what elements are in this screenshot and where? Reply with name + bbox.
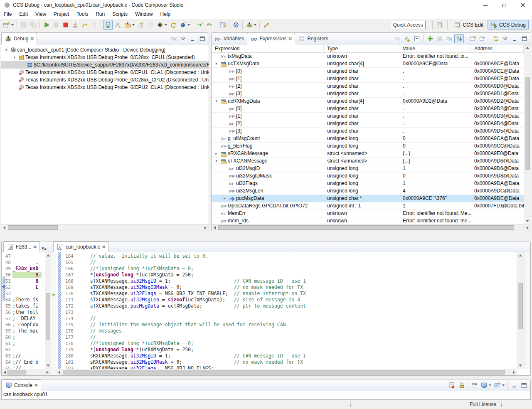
tab-expressions[interactable]: Expressions❌︎ [247, 33, 295, 44]
open-perspective-button[interactable] [436, 20, 444, 30]
code-line[interactable]: 173 [62, 309, 517, 315]
code-line[interactable]: 179 *(unsigned long *)ucRXMsgData = 250; [62, 347, 517, 353]
source-lookup-button[interactable] [113, 20, 122, 30]
debug-config-button[interactable] [245, 20, 257, 30]
tab-variables[interactable]: (x)=Variables [212, 33, 247, 44]
debug-tree-row[interactable]: ▾can_loopback_cpu01 [Code Composer Studi… [1, 46, 209, 54]
code-line[interactable]: 170 sTXCANMessage.ui32Flags = MSG_OBJ_TX… [62, 291, 517, 297]
view-menu-button[interactable] [501, 34, 510, 43]
tab-can-loopback-c[interactable]: .c can_loopback.c ❌︎ [53, 241, 109, 252]
tab-console[interactable]: Console ❌︎ [2, 379, 41, 391]
code-line[interactable]: 60; [2, 334, 45, 340]
profile-clock-button[interactable] [146, 20, 155, 30]
debug-tree-row[interactable]: $C:/ti/controlSUITE/device_support/F2837… [1, 61, 209, 69]
expression-row[interactable]: (x)=GpioDataRegs.GPCDAT.bit.GPIO72unsign… [212, 202, 524, 210]
code-line[interactable]: 59; The mac [2, 328, 45, 334]
expression-row[interactable]: ▾sTXCANMessagestruct <unnamed>{...}0x000… [212, 158, 524, 165]
code-line[interactable]: 56;the foll [2, 309, 45, 315]
code-line[interactable]: 51 B [2, 278, 45, 284]
expressions-hscrollbar[interactable] [212, 224, 531, 231]
code-line[interactable]: 55;takes fi [2, 303, 45, 309]
expression-row[interactable]: (x)=[2]unsigned char.0x0000A9D0@Data [212, 83, 524, 90]
code-line[interactable]: 166 //*(unsigned long *)ucTXMsgData = 0; [62, 266, 517, 272]
tab-asm-file[interactable]: .S F283... ❌︎ [3, 241, 40, 252]
maximize-button[interactable] [520, 381, 528, 390]
step-forward-button[interactable] [195, 20, 204, 30]
expression-row[interactable]: (x)=ui32MsgIDMaskunsigned long00x0000A9D… [212, 172, 524, 180]
step-over-button[interactable] [80, 20, 89, 30]
code-line[interactable]: 57; DELAY_ [2, 315, 45, 322]
code-line[interactable]: 182 sRXCANMessage.ui32Flags = MSG_OBJ_NO… [62, 365, 517, 369]
add-button[interactable] [426, 34, 434, 43]
close-window-button[interactable] [513, 0, 532, 10]
code-line[interactable]: 177 // [62, 334, 517, 340]
code-line[interactable]: 50 S [2, 272, 45, 278]
device-button[interactable] [155, 20, 168, 30]
refresh-button[interactable] [491, 34, 500, 43]
code-line[interactable]: 52 L [2, 284, 45, 291]
expression-row[interactable]: (x)=ui32MsgLenunsigned long40x0000A9DC@D… [212, 187, 524, 195]
code-line[interactable]: 47 [2, 253, 45, 259]
code-line[interactable]: 65;// [2, 365, 45, 369]
asm-hscrollbar[interactable] [2, 369, 51, 375]
view-menu-button[interactable] [179, 34, 187, 43]
code-line[interactable]: 175 // Initialize the message object tha… [62, 322, 517, 328]
column-header-expression[interactable]: Expression [212, 44, 324, 52]
code-line[interactable]: 176 // messages. [62, 328, 517, 334]
close-icon[interactable]: ❌︎ [102, 244, 106, 249]
code-line[interactable]: 61; [2, 340, 45, 347]
remove-all-button[interactable] [445, 34, 453, 43]
code-line[interactable]: 169 sTXCANMessage.ui32MsgIDMask = 0; // … [62, 284, 517, 291]
debug-tree-row[interactable]: Texas Instruments XDS2xx USB Debug Probe… [1, 69, 209, 76]
asm-vscrollbar[interactable] [45, 252, 51, 369]
expression-row[interactable]: (x)=[0]unsigned char.0x0000A9D2@Data [212, 105, 524, 113]
menu-tools[interactable]: Tools [73, 10, 92, 19]
asm-overview-ruler[interactable] [51, 252, 56, 375]
format-brush-button[interactable] [262, 20, 271, 30]
code-line[interactable]: 63;// [2, 353, 45, 359]
perspective-ccs-edit[interactable]: CCS Edit [452, 20, 486, 30]
menu-scripts[interactable]: Scripts [108, 10, 131, 19]
remove-all-terminated-button[interactable] [169, 34, 178, 43]
code-line[interactable]: 174 // [62, 315, 517, 322]
expression-row[interactable]: (x)=[3]unsigned char.0x0000A9D1@Data [212, 90, 524, 98]
menu-edit[interactable]: Edit [15, 10, 32, 19]
code-line[interactable]: 167 *(unsigned long *)ucTXMsgData = 250; [62, 272, 517, 278]
restart-button[interactable] [136, 20, 145, 30]
add-expression-button[interactable] [403, 34, 411, 43]
maximize-button[interactable] [198, 34, 207, 43]
expression-row[interactable]: ▸sRXCANMessagestruct <unnamed>{...}0x000… [212, 150, 524, 158]
minimize-button[interactable] [510, 34, 519, 43]
menu-run[interactable]: Run [92, 10, 108, 19]
expression-row[interactable]: (x)=[2]unsigned char.0x0000A9D4@Data [212, 120, 524, 128]
debug-tree-row[interactable]: Texas Instruments XDS2xx USB Debug Probe… [1, 84, 209, 91]
suspend-button[interactable] [52, 20, 60, 30]
code-line[interactable]: 180 sRXCANMessage.ui32MsgID = 1; // CAN … [62, 353, 517, 359]
scroll-lock-button[interactable] [457, 381, 466, 390]
c-vscrollbar[interactable] [517, 252, 524, 369]
close-icon[interactable]: ❌︎ [289, 36, 292, 41]
save-button[interactable] [19, 20, 28, 30]
expression-row[interactable]: (x)=mem_rdsunknownError: identifier not … [212, 217, 524, 224]
code-line[interactable]: 62 [2, 347, 45, 353]
restore-window-button[interactable] [495, 0, 513, 10]
expression-row[interactable]: (x)=[3]unsigned char.0x0000A9D5@Data [212, 128, 524, 135]
column-header-type[interactable]: Type [324, 44, 399, 52]
pin-console-button[interactable] [470, 381, 479, 390]
display-console-button[interactable] [480, 381, 492, 390]
expression-row[interactable]: (x)=MemErrunknownError: identifier not f… [212, 210, 524, 217]
expression-row[interactable]: (x)=[1]unsigned char.0x0000A9CF@Data [212, 75, 524, 83]
step-back-button[interactable] [205, 20, 214, 30]
clear-console-button[interactable] [447, 381, 456, 390]
menu-window[interactable]: Window [131, 10, 157, 19]
no-magnify-button[interactable] [232, 20, 240, 30]
menu-file[interactable]: File [0, 10, 15, 19]
minimize-button[interactable] [188, 34, 197, 43]
minimize-button[interactable] [510, 381, 519, 390]
menu-project[interactable]: Project [50, 10, 73, 19]
resume-button[interactable] [42, 20, 51, 30]
code-line[interactable]: 181 sRXCANMessage.ui32MsgIDMask = 0; // … [62, 359, 517, 365]
code-line[interactable]: 64;// End o [2, 359, 45, 365]
minimize-window-button[interactable] [476, 0, 495, 10]
expression-row[interactable]: (x)=[1]unsigned char.0x0000A9D3@Data [212, 113, 524, 120]
